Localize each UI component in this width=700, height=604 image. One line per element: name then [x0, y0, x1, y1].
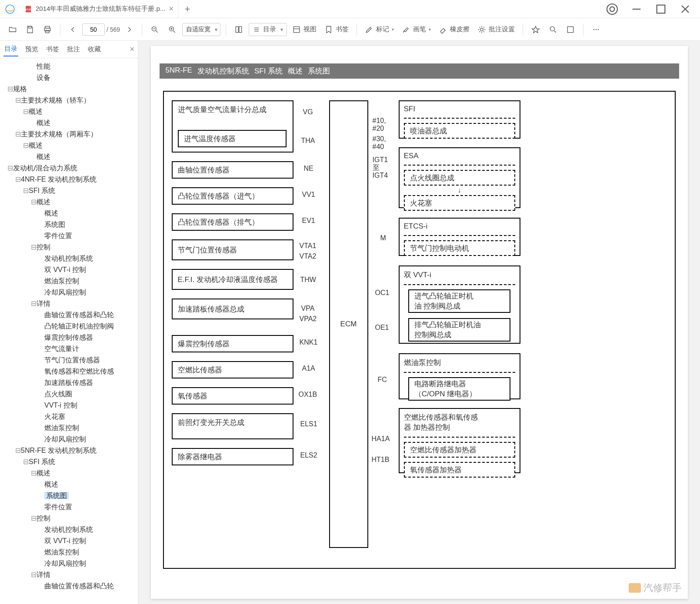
- sidetab-toc[interactable]: 目录: [3, 42, 18, 56]
- maximize-icon[interactable]: [654, 2, 668, 16]
- svg-rect-20: [236, 27, 238, 32]
- sidetab-annot[interactable]: 批注: [66, 43, 81, 56]
- toc-item[interactable]: 主要技术规格（轿车）: [21, 96, 90, 104]
- toc-item[interactable]: 零件位置: [44, 232, 72, 239]
- toc-item[interactable]: 冷却风扇控制: [44, 435, 86, 443]
- toc-item[interactable]: 凸轮轴正时机油控制阀: [44, 322, 114, 330]
- tree-toggle-icon[interactable]: ⊟: [7, 83, 13, 95]
- zoom-mode-select[interactable]: 自适应宽: [182, 23, 220, 36]
- toc-item[interactable]: 爆震控制传感器: [44, 334, 93, 341]
- toc-item[interactable]: 燃油泵控制: [44, 277, 79, 285]
- page-viewport[interactable]: 5NR-FE 发动机控制系统 SFI 系统 概述 系统图 ECM 进气质量空气流…: [138, 41, 700, 604]
- toc-item[interactable]: 概述: [37, 153, 50, 160]
- thumbnail-button[interactable]: [563, 22, 578, 37]
- toc-item[interactable]: 节气门位置传感器: [44, 356, 100, 364]
- print-button[interactable]: [40, 22, 55, 37]
- toc-item[interactable]: 火花塞: [44, 413, 65, 420]
- cam-in-box: 凸轮位置传感器（进气）: [172, 187, 293, 205]
- close-tab-icon[interactable]: ×: [169, 4, 173, 13]
- toc-item[interactable]: 概述: [29, 108, 43, 115]
- sidetab-bookmark[interactable]: 书签: [45, 43, 60, 56]
- toc-item[interactable]: VVT-i 控制: [44, 402, 77, 409]
- etcs-group: ETCS-i 节气门控制电动机: [399, 218, 520, 256]
- toc-tree[interactable]: 性能 设备 ⊟规格 ⊟主要技术规格（轿车） ⊟概述 概述 ⊟主要技术规格（两厢车…: [0, 58, 138, 604]
- toc-item[interactable]: 曲轴位置传感器和凸轮: [44, 311, 114, 319]
- toc-item[interactable]: 详情: [37, 571, 50, 578]
- toc-item[interactable]: 氧传感器和空燃比传感: [44, 368, 114, 375]
- document-tab[interactable]: PDF 2014年丰田威驰雅力士致炫新车特征手册.p... ×: [20, 0, 178, 18]
- toc-item[interactable]: 双 VVT-i 控制: [44, 537, 86, 544]
- toc-item[interactable]: 系统图: [44, 221, 65, 228]
- toc-item[interactable]: 概述: [29, 142, 43, 149]
- toc-item[interactable]: 概述: [37, 119, 50, 126]
- next-page-button[interactable]: [122, 22, 137, 37]
- annotate-button[interactable]: 标记▾: [362, 22, 397, 37]
- toc-item[interactable]: 加速踏板传感器: [44, 379, 93, 386]
- svg-point-4: [607, 4, 617, 14]
- toc-item[interactable]: 曲轴位置传感器和凸轮: [44, 582, 114, 590]
- toc-item[interactable]: 点火线圈: [44, 390, 72, 398]
- svg-point-34: [598, 29, 599, 30]
- toc-item[interactable]: 双 VVT-i 控制: [44, 266, 86, 273]
- iat-box: 进气温度传感器: [178, 130, 287, 147]
- bookmark-button[interactable]: 书签: [322, 22, 351, 37]
- svg-rect-9: [29, 26, 32, 28]
- toc-item[interactable]: 控制: [37, 243, 50, 251]
- save-button[interactable]: [23, 22, 37, 37]
- toc-item[interactable]: 燃油泵控制: [44, 424, 79, 431]
- zoom-out-button[interactable]: [147, 22, 162, 37]
- toc-item[interactable]: 主要技术规格（两厢车）: [21, 130, 97, 138]
- page-input[interactable]: [82, 23, 105, 36]
- toc-dropdown-button[interactable]: 目录: [249, 23, 287, 36]
- toc-item[interactable]: 设备: [37, 74, 50, 81]
- toc-item[interactable]: SFI 系统: [29, 187, 55, 194]
- toc-item[interactable]: 发动机控制系统: [44, 255, 93, 262]
- favorite-button[interactable]: [528, 22, 543, 37]
- watermark-icon: [629, 583, 641, 593]
- toc-item[interactable]: 发动机控制系统: [44, 526, 93, 533]
- svg-rect-21: [239, 27, 242, 32]
- toc-item[interactable]: 详情: [37, 300, 50, 307]
- toc-item[interactable]: 发动机/混合动力系统: [13, 164, 77, 172]
- zoom-in-button[interactable]: [165, 22, 180, 37]
- toc-item[interactable]: 规格: [13, 85, 27, 93]
- minimize-icon[interactable]: [630, 2, 643, 16]
- eraser-button[interactable]: 橡皮擦: [436, 22, 472, 37]
- toc-item[interactable]: 概述: [37, 469, 50, 477]
- toc-item[interactable]: 空气流量计: [44, 345, 79, 352]
- toc-item[interactable]: 冷却风扇控制: [44, 560, 86, 567]
- new-tab-button[interactable]: +: [178, 3, 197, 15]
- search-button[interactable]: [546, 22, 560, 37]
- annotation-settings-button[interactable]: 批注设置: [475, 22, 517, 37]
- toc-item[interactable]: 控制: [37, 514, 50, 522]
- close-window-icon[interactable]: [678, 2, 692, 16]
- toc-item[interactable]: SFI 系统: [29, 458, 55, 465]
- watermark: 汽修帮手: [629, 581, 682, 594]
- svg-line-14: [156, 30, 158, 32]
- toc-item-selected[interactable]: 系统图: [44, 492, 69, 499]
- sidetab-fav[interactable]: 收藏: [87, 43, 102, 56]
- svg-line-30: [554, 30, 556, 32]
- settings-icon[interactable]: [605, 2, 619, 16]
- toc-item[interactable]: 概述: [44, 481, 58, 488]
- toc-item[interactable]: 概述: [37, 198, 50, 206]
- open-file-button[interactable]: [5, 22, 20, 37]
- more-button[interactable]: [589, 22, 603, 37]
- toc-item[interactable]: 性能: [37, 63, 50, 70]
- prev-page-button[interactable]: [66, 22, 80, 37]
- close-sidebar-icon[interactable]: ×: [130, 45, 134, 54]
- toc-item[interactable]: 概述: [44, 209, 58, 217]
- toc-item[interactable]: 零件位置: [44, 503, 72, 511]
- brush-button[interactable]: 画笔▾: [399, 22, 433, 37]
- tab-title: 2014年丰田威驰雅力士致炫新车特征手册.p...: [36, 5, 165, 13]
- view-button[interactable]: 视图: [290, 22, 319, 37]
- sidetab-preview[interactable]: 预览: [24, 43, 39, 56]
- toc-item[interactable]: 燃油泵控制: [44, 548, 79, 556]
- toc-item[interactable]: 5NR-FE 发动机控制系统: [21, 447, 97, 454]
- toc-item[interactable]: 冷却风扇控制: [44, 289, 86, 296]
- layout-icon[interactable]: [231, 22, 246, 37]
- toc-item[interactable]: 4NR-FE 发动机控制系统: [21, 176, 97, 183]
- heater-group: 空燃比传感器和氧传感 器 加热器控制 空燃比传感器加热器 氧传感器加热器: [399, 408, 520, 473]
- app-box: 加速踏板传感器总成: [172, 299, 293, 319]
- ecm-box: ECM: [329, 100, 368, 548]
